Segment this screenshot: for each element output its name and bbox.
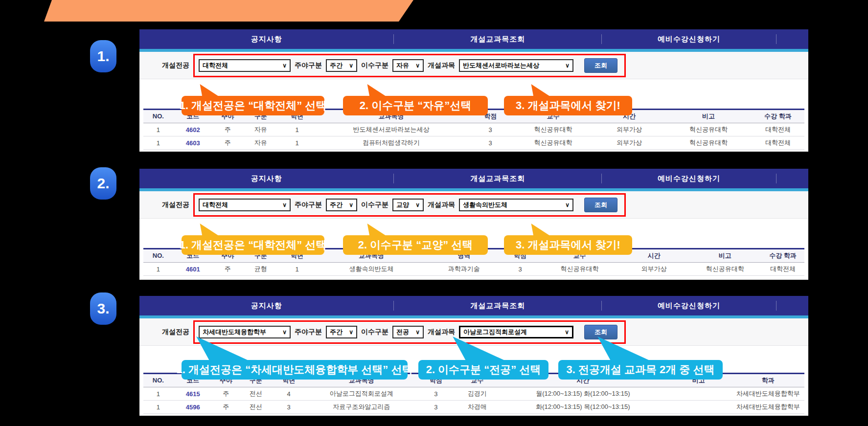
search-button[interactable]: 조회 [584, 58, 617, 73]
cell-course-name: 자료구조와알고리즘 [305, 401, 418, 414]
cell-time: 외부가상 [619, 263, 689, 276]
major-select[interactable]: 대학전체 ∨ [199, 59, 291, 72]
cell-code-link[interactable]: 4615 [173, 387, 213, 401]
category-select[interactable]: 교양 ∨ [392, 199, 424, 211]
col-dept: 학과 [731, 374, 804, 387]
category-select-value: 교양 [396, 201, 409, 209]
col-dept: 수강 학과 [752, 110, 804, 123]
cell-course-name: 반도체센서로바라보는세상 [315, 123, 467, 136]
nav-bar: 공지사항 개설교과목조회 예비수강신청하기 [139, 296, 808, 315]
tab-notice[interactable]: 공지사항 [139, 29, 393, 49]
cell-professor: 혁신공유대학 [540, 263, 619, 276]
cell-time: 월(12:00~13:15) 화(12:00~13:15) [500, 387, 665, 401]
cell-credits: 3 [467, 136, 514, 150]
chevron-down-icon: ∨ [349, 329, 353, 336]
cell-credits: 3 [418, 401, 454, 414]
course-select-highlighted[interactable]: 아날로그집적회로설계 ∨ [459, 326, 573, 338]
callout-pointer-icon [526, 224, 566, 236]
cell-daynight: 주 [213, 123, 243, 136]
daynight-select[interactable]: 주간 ∨ [326, 199, 357, 211]
search-button[interactable]: 조회 [584, 198, 617, 212]
chevron-down-icon: ∨ [415, 329, 420, 336]
daynight-select-value: 주간 [330, 61, 343, 70]
major-select[interactable]: 차세대반도체융합학부 ∨ [199, 326, 291, 338]
panel-step-3: 공지사항 개설교과목조회 예비수강신청하기 개설전공 차세대반도체융합학부 ∨ … [139, 296, 808, 416]
daynight-label: 주야구분 [295, 61, 322, 70]
tab-notice[interactable]: 공지사항 [139, 169, 393, 188]
filter-row: 개설전공 대학전체 ∨ 주야구분 주간 ∨ 이수구분 교양 ∨ 개설과목 생활속… [139, 191, 808, 219]
highlight-red-box: 차세대반도체융합학부 ∨ 주야구분 주간 ∨ 이수구분 전공 ∨ 개설과목 아날… [193, 320, 626, 344]
title-banner [44, 0, 413, 22]
major-select[interactable]: 대학전체 ∨ [199, 199, 291, 211]
cell-year: 3 [272, 401, 305, 414]
cell-area: 과학과기술 [428, 263, 501, 276]
callout-1-text: 1. 개설전공은 “대학전체” 선택 [180, 238, 327, 252]
tab-pre-registration[interactable]: 예비수강신청하기 [602, 296, 776, 315]
tab-course-search[interactable]: 개설교과목조회 [394, 296, 601, 315]
highlight-red-box: 대학전체 ∨ 주야구분 주간 ∨ 이수구분 자유 ∨ 개설과목 반도체센서로바라… [193, 54, 626, 77]
callout-pointer-icon [195, 84, 234, 97]
daynight-select[interactable]: 주간 ∨ [326, 326, 357, 338]
nav-separator [776, 34, 777, 44]
callout-1: 1. 개설전공은 “대학전체” 선택 [182, 235, 324, 255]
col-note: 비고 [665, 110, 752, 123]
category-label: 이수구분 [361, 201, 388, 209]
category-label: 이수구분 [361, 328, 388, 336]
cell-code-link[interactable]: 4603 [173, 136, 213, 150]
cell-no: 1 [143, 136, 173, 150]
cell-course-name: 아날로그집적회로설계 [305, 387, 418, 401]
tab-pre-registration[interactable]: 예비수강신청하기 [602, 169, 776, 188]
cell-type: 자유 [243, 136, 279, 150]
col-no: NO. [143, 374, 173, 387]
chevron-down-icon: ∨ [282, 62, 287, 69]
cell-credits: 3 [500, 263, 540, 276]
cell-professor: 혁신공유대학 [514, 136, 593, 150]
course-label: 개설과목 [428, 328, 455, 336]
cell-type: 전선 [239, 387, 273, 401]
cell-code-link[interactable]: 4602 [173, 123, 213, 136]
chevron-down-icon: ∨ [349, 202, 353, 208]
daynight-select-value: 주간 [330, 328, 343, 336]
callout-2-text: 2. 이수구분 “자유”선택 [360, 98, 472, 113]
chevron-down-icon: ∨ [282, 202, 287, 208]
cell-note: 혁신공유대학 [688, 263, 761, 276]
cell-dept: 대학전체 [761, 263, 804, 276]
cell-note: 혁신공유대학 [665, 123, 752, 136]
callout-1-text: 1. 개설전공은 “차세대반도체융합학부 선택” 선택 [177, 362, 413, 377]
cell-daynight: 주 [213, 263, 243, 276]
callout-pointer-icon [363, 224, 402, 236]
callout-3: 3. 개설과목에서 찾기! [504, 235, 632, 255]
callout-2: 2. 이수구분 “교양” 선택 [343, 235, 488, 255]
course-select[interactable]: 반도체센서로바라보는세상 ∨ [459, 59, 573, 72]
cell-code-link[interactable]: 4601 [173, 263, 213, 276]
daynight-label: 주야구분 [295, 328, 322, 336]
table-row: 1 4601 주 균형 1 생활속의반도체 과학과기술 3 혁신공유대학 외부가… [143, 263, 804, 276]
table-row: 1 4596 주 전선 3 자료구조와알고리즘 3 차경애 화(12:00~13… [143, 401, 804, 414]
tab-course-search[interactable]: 개설교과목조회 [394, 29, 601, 49]
course-select[interactable]: 생활속의반도체 ∨ [459, 199, 573, 211]
col-note: 비고 [688, 249, 761, 263]
category-label: 이수구분 [361, 61, 388, 70]
cell-time: 외부가상 [593, 123, 666, 136]
cell-year: 4 [272, 387, 305, 401]
tab-notice[interactable]: 공지사항 [139, 296, 393, 315]
tab-pre-registration[interactable]: 예비수강신청하기 [602, 29, 776, 49]
tab-course-search[interactable]: 개설교과목조회 [394, 169, 601, 188]
cell-credits: 3 [418, 387, 454, 401]
category-select[interactable]: 전공 ∨ [392, 326, 424, 338]
cell-no: 1 [143, 123, 173, 136]
daynight-select[interactable]: 주간 ∨ [326, 59, 357, 72]
col-dept: 수강 학과 [761, 249, 804, 263]
callout-zone: 1. 개설전공은 “차세대반도체융합학부 선택” 선택 2. 이수구분 “전공”… [139, 346, 808, 373]
cell-no: 1 [143, 387, 173, 401]
callout-3-text: 3. 개설과목에서 찾기! [516, 98, 620, 113]
search-button[interactable]: 조회 [584, 325, 617, 339]
course-label: 개설과목 [428, 61, 455, 70]
cell-type: 전선 [239, 401, 273, 414]
table-row: 1 4615 주 전선 4 아날로그집적회로설계 3 김경기 월(12:00~1… [143, 387, 804, 401]
callout-zone: 1. 개설전공은 “대학전체” 선택 2. 이수구분 “교양” 선택 3. 개설… [139, 219, 808, 248]
chevron-down-icon: ∨ [415, 202, 420, 208]
cell-course-name: 생활속의반도체 [315, 263, 428, 276]
cell-code-link[interactable]: 4596 [173, 401, 213, 414]
category-select[interactable]: 자유 ∨ [392, 59, 424, 72]
